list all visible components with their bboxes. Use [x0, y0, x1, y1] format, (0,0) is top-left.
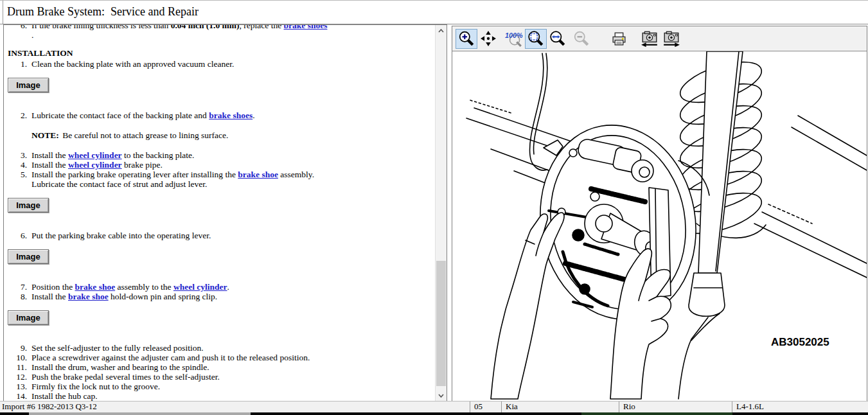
image-button[interactable]: Image — [8, 198, 49, 213]
status-bar: Import #6 1982-2013 Q3-12 05 Kia Rio L4-… — [0, 401, 868, 412]
actual-size-button[interactable]: 100% — [503, 29, 525, 49]
background-beam-lines-right — [754, 116, 867, 278]
scrollbar-down-button[interactable] — [436, 390, 447, 401]
text-segment: Put the parking brake cable into the ope… — [31, 231, 211, 240]
step-number: 5. — [4, 170, 27, 189]
previous-image-button[interactable] — [639, 29, 660, 49]
step-number: 13. — [4, 382, 27, 391]
fit-width-button[interactable] — [547, 29, 569, 49]
text-link[interactable]: wheel cylinder — [173, 282, 227, 292]
step-text: Lubricate the contact face of the backin… — [31, 110, 435, 120]
scrollbar-up-button[interactable] — [436, 25, 447, 36]
step-number: 6. — [4, 24, 27, 30]
next-image-icon — [662, 30, 680, 47]
zoom-in-icon — [458, 30, 475, 47]
status-code: 05 — [470, 402, 501, 412]
print-button[interactable] — [608, 29, 630, 49]
step-number: 1. — [4, 59, 27, 69]
step-text: Firmly fix the lock nut to the groove. — [31, 382, 435, 391]
step-item: 10.Place a screwdriver against the adjus… — [4, 353, 435, 362]
actual-size-icon: 100% — [505, 30, 523, 47]
article-pane: 6.If the brake lining thickness is less … — [3, 24, 447, 402]
page-title: Drum Brake System: Service and Repair — [7, 5, 199, 19]
text-segment: Install the — [31, 160, 68, 170]
step-item: 7.Position the brake shoe assembly to th… — [4, 282, 435, 292]
step-item: 12.Push the brake pedal several times to… — [4, 372, 435, 382]
zoom-in-button[interactable] — [456, 29, 477, 49]
previous-image-icon — [641, 30, 659, 47]
step-text: Clean the backing plate with an approved… — [31, 59, 435, 69]
text-segment: to the backing plate. — [122, 150, 195, 160]
text-segment: Install the parking brake operating leve… — [31, 170, 238, 179]
print-icon — [611, 31, 627, 47]
step-text-line2: Lubricate the contact face of strut and … — [31, 179, 435, 189]
text-segment: brake pipe. — [122, 160, 163, 170]
next-image-button[interactable] — [660, 29, 682, 49]
note-paragraph: NOTE: Be careful not to attach grease to… — [31, 130, 435, 140]
step-number: 2. — [4, 110, 27, 120]
zoom-out-button[interactable] — [571, 29, 592, 49]
image-button-row: Image — [8, 310, 435, 325]
status-make: Kia — [501, 402, 619, 412]
fit-page-icon — [527, 30, 544, 47]
step-text: If the brake lining thickness is less th… — [31, 24, 435, 30]
brake-assembly-illustration: AB3052025 — [452, 51, 867, 401]
vertical-scrollbar[interactable] — [435, 25, 447, 401]
step-item: 5.Install the parking brake operating le… — [4, 170, 435, 189]
step-item: 6.Put the parking brake cable into the o… — [4, 231, 435, 240]
image-button[interactable]: Image — [8, 249, 49, 264]
chevron-up-icon — [438, 29, 444, 33]
step-text: Install the drum, washer and bearing to … — [31, 362, 435, 372]
step-number: 12. — [4, 372, 27, 382]
step-text: Put the parking brake cable into the ope… — [31, 231, 435, 240]
note-label: NOTE: — [31, 130, 59, 140]
step-item: 1.Clean the backing plate with an approv… — [4, 59, 435, 69]
fit-page-button[interactable] — [525, 29, 547, 49]
svg-text:100%: 100% — [505, 31, 523, 39]
parking-brake-cable — [529, 53, 547, 170]
text-segment: Install the — [31, 292, 68, 301]
text-link[interactable]: brake shoe — [68, 292, 109, 301]
note-text: Be careful not to attach grease to linin… — [60, 130, 229, 140]
step-number: 9. — [4, 343, 27, 353]
strut-tube — [689, 51, 743, 316]
title-bar: Drum Brake System: Service and Repair — [0, 0, 868, 24]
text-link[interactable]: brake shoe — [75, 282, 116, 292]
title-bar-divider — [3, 1, 3, 24]
text-segment: Install the hub cap. — [31, 391, 98, 401]
bottom-strip-segment — [581, 412, 732, 415]
text-link[interactable]: wheel cylinder — [68, 160, 122, 170]
image-pane: 100% — [452, 26, 867, 402]
text-segment: assembly. — [278, 170, 314, 179]
text-segment: If the brake lining thickness is less th… — [31, 24, 171, 30]
image-button-row: Image — [8, 198, 435, 213]
step-item: 3.Install the wheel cylinder to the back… — [4, 150, 435, 160]
zoom-out-icon — [573, 30, 590, 47]
bottom-strip-segment — [29, 412, 251, 415]
text-link[interactable]: brake shoe — [238, 170, 278, 179]
step-text: Position the brake shoe assembly to the … — [31, 282, 435, 292]
text-link[interactable]: wheel cylinder — [68, 150, 122, 160]
figure-viewport[interactable]: AB3052025 — [452, 51, 867, 401]
image-button-row: Image — [8, 249, 435, 264]
step-item: 11.Install the drum, washer and bearing … — [4, 362, 435, 372]
bottom-edge-strip — [0, 412, 868, 415]
step-text: Install the parking brake operating leve… — [31, 170, 435, 189]
text-link[interactable]: brake shoes — [209, 110, 252, 120]
step-number: 8. — [4, 292, 27, 301]
chevron-down-icon — [438, 394, 444, 398]
step-number: 11. — [4, 362, 27, 372]
step-number: 7. — [4, 282, 27, 292]
pan-icon — [480, 30, 497, 47]
image-button-row: Image — [8, 78, 435, 93]
text-segment: Clean the backing plate with an approved… — [31, 59, 234, 69]
text-link[interactable]: brake shoes — [284, 24, 328, 30]
text-segment: assembly to the — [115, 282, 173, 292]
scrollbar-thumb[interactable] — [436, 261, 446, 386]
step-item: 9.Set the self-adjuster to the fully rel… — [4, 343, 435, 353]
image-button[interactable]: Image — [8, 78, 49, 93]
pan-button[interactable] — [477, 29, 499, 49]
image-button[interactable]: Image — [8, 310, 49, 325]
step-text: Install the brake shoe hold-down pin and… — [31, 292, 435, 301]
step-text: Install the hub cap. — [31, 391, 435, 401]
